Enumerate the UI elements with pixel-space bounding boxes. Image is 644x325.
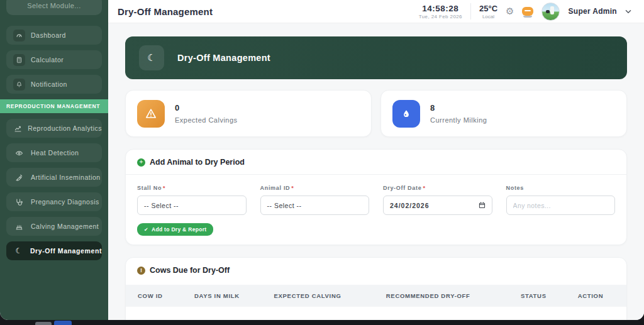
chevron-down-icon[interactable]: [625, 9, 631, 14]
moon-icon: ☾: [139, 45, 164, 70]
calculator-icon: [13, 54, 25, 66]
stat-card-expected-calvings: 0 Expected Calvings: [125, 90, 372, 137]
sidebar-item-label: Calving Management: [31, 223, 99, 230]
stat-value: 8: [430, 103, 487, 113]
screen: Select Module... Dashboard: [0, 0, 644, 325]
chart-line-icon: [13, 124, 22, 133]
cows-due-table-header: COW ID DAYS IN MILK EXPECTED CALVING REC…: [126, 285, 626, 306]
cows-due-table-body: [126, 306, 626, 320]
farm-logo-avatar[interactable]: [541, 3, 560, 21]
cows-due-card-header: ! Cows Due for Dry-Off: [126, 258, 626, 278]
clock: 14:58:28 Tue, 24 Feb 2026: [419, 4, 462, 19]
warning-triangle-icon: [137, 100, 165, 128]
calving-icon: [13, 223, 25, 231]
dock-item-peek: [54, 321, 72, 325]
add-animal-form: Stall No* -- Select -- Animal ID*: [126, 175, 626, 245]
syringe-icon: [13, 174, 25, 182]
check-icon: ✔: [144, 227, 148, 233]
sidebar-item-label: Dashboard: [31, 31, 66, 39]
column-header-recommended-dry-off: RECOMMENDED DRY-OFF: [374, 292, 509, 299]
sidebar-section-header: REPRODUCTION MANAGEMENT: [0, 99, 108, 113]
stat-value: 0: [175, 103, 238, 113]
dry-off-date-field: Dry-Off Date* 24/02/2026: [383, 185, 492, 215]
sidebar: Select Module... Dashboard: [0, 0, 108, 320]
sidebar-item-label: Pregnancy Diagnosis: [31, 198, 99, 206]
stethoscope-icon: [13, 198, 25, 206]
sidebar-item-label: Notification: [31, 80, 67, 88]
animal-id-select[interactable]: -- Select --: [260, 196, 370, 215]
weather: 25°C Local: [479, 4, 497, 19]
temperature-label: Local: [479, 14, 497, 19]
temperature: 25°C: [479, 4, 497, 13]
add-animal-card: + Add Animal to Dry Period Stall No* -- …: [125, 149, 627, 245]
chat-notification-icon[interactable]: [522, 7, 533, 16]
sidebar-item-pregnancy-diagnosis[interactable]: Pregnancy Diagnosis: [6, 192, 102, 211]
animal-id-field: Animal ID* -- Select --: [260, 185, 370, 215]
dry-off-date-input[interactable]: 24/02/2026: [383, 196, 492, 215]
sidebar-item-dry-off-management[interactable]: ☾ Dry-Off Management: [6, 241, 102, 260]
page-banner: ☾ Dry-Off Management: [125, 36, 627, 79]
notes-field: Notes: [506, 185, 616, 215]
page-title: Dry-Off Management: [118, 6, 213, 17]
sidebar-main-nav: Dashboard Calculator: [0, 26, 108, 94]
column-header-status: STATUS: [509, 292, 566, 299]
divider: [470, 3, 471, 19]
user-menu-label[interactable]: Super Admin: [568, 7, 617, 16]
module-select-label: Select Module...: [27, 2, 80, 9]
stat-card-currently-milking: 8 Currently Milking: [380, 90, 627, 137]
add-animal-title: Add Animal to Dry Period: [150, 158, 245, 167]
app-window: Select Module... Dashboard: [0, 0, 644, 320]
topbar: Dry-Off Management 14:58:28 Tue, 24 Feb …: [108, 0, 644, 23]
dry-off-date-value: 24/02/2026: [390, 202, 430, 209]
cows-due-title: Cows Due for Dry-Off: [150, 266, 230, 275]
sidebar-item-label: Dry-Off Management: [30, 247, 102, 255]
notes-input[interactable]: [513, 202, 609, 209]
cows-due-card: ! Cows Due for Dry-Off COW ID DAYS IN MI…: [125, 257, 627, 320]
column-header-action: ACTION: [566, 292, 626, 299]
sidebar-reproduction-nav: Reproduction Analytics Heat Detection: [0, 119, 108, 260]
settings-gear-icon[interactable]: ⚙: [506, 7, 514, 16]
clock-time: 14:58:28: [419, 4, 462, 13]
add-to-dry-report-label: Add to Dry & Report: [152, 226, 206, 233]
sidebar-item-notification[interactable]: Notification: [6, 75, 102, 94]
stats-row: 0 Expected Calvings 8: [125, 90, 627, 137]
notes-label: Notes: [506, 185, 616, 191]
dry-off-date-label: Dry-Off Date*: [383, 185, 492, 191]
bell-icon: [13, 79, 25, 91]
sidebar-item-dashboard[interactable]: Dashboard: [6, 26, 102, 45]
moon-icon: ☾: [13, 247, 25, 255]
alert-circle-icon: !: [137, 267, 145, 275]
stall-no-field: Stall No* -- Select --: [137, 185, 247, 215]
add-animal-card-header: + Add Animal to Dry Period: [126, 150, 626, 175]
stall-no-select[interactable]: -- Select --: [137, 196, 247, 215]
sidebar-item-calculator[interactable]: Calculator: [6, 50, 102, 69]
stall-no-value: -- Select --: [144, 202, 179, 209]
sidebar-item-label: Reproduction Analytics: [28, 124, 102, 132]
notes-input-wrap: [506, 196, 616, 215]
column-header-cow-id: COW ID: [126, 292, 182, 299]
sidebar-item-heat-detection[interactable]: Heat Detection: [6, 143, 102, 162]
sidebar-item-artificial-insemination[interactable]: Artificial Insemination: [6, 168, 102, 187]
plus-circle-icon: +: [137, 158, 145, 167]
calendar-icon[interactable]: [479, 202, 486, 209]
topbar-right: 14:58:28 Tue, 24 Feb 2026 25°C Local ⚙ S…: [419, 3, 631, 21]
stat-label: Currently Milking: [430, 116, 487, 124]
sidebar-item-label: Calculator: [31, 56, 64, 63]
main-area: Dry-Off Management 14:58:28 Tue, 24 Feb …: [108, 0, 644, 320]
banner-title: Dry-Off Management: [177, 53, 270, 63]
sidebar-item-calving-management[interactable]: Calving Management: [6, 217, 102, 236]
stall-no-label: Stall No*: [137, 185, 247, 191]
add-to-dry-report-button[interactable]: ✔ Add to Dry & Report: [137, 223, 213, 236]
eye-icon: [13, 149, 25, 157]
sidebar-item-reproduction-analytics[interactable]: Reproduction Analytics: [6, 119, 102, 138]
sidebar-item-label: Heat Detection: [31, 149, 79, 157]
stat-label: Expected Calvings: [175, 116, 238, 124]
column-header-expected-calving: EXPECTED CALVING: [262, 292, 374, 299]
page-content: ☾ Dry-Off Management 0 Expected Calvings: [108, 23, 644, 320]
clock-date: Tue, 24 Feb 2026: [419, 14, 462, 19]
module-select-dropdown[interactable]: Select Module...: [6, 0, 102, 15]
dock-item-peek: [35, 322, 52, 325]
column-header-days-in-milk: DAYS IN MILK: [182, 292, 262, 299]
animal-id-value: -- Select --: [267, 202, 302, 209]
sidebar-item-label: Artificial Insemination: [31, 174, 101, 181]
